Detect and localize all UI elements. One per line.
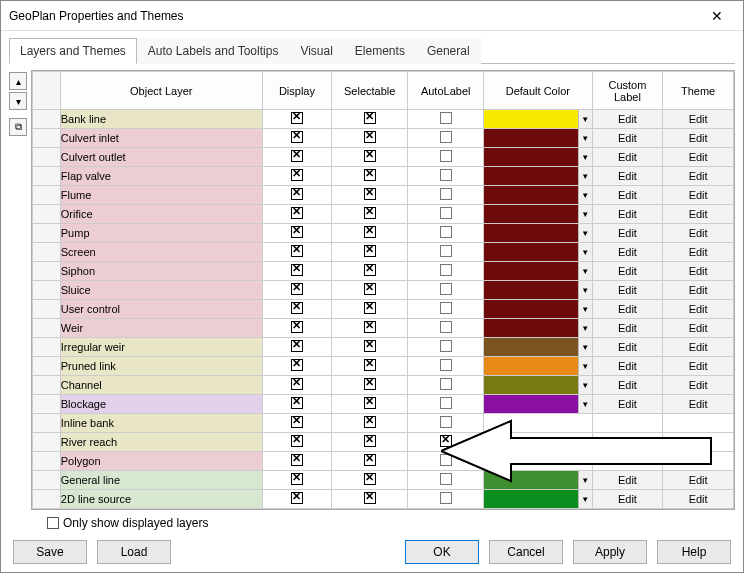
object-layer-cell[interactable]: Pruned link bbox=[60, 357, 262, 376]
custom-label-edit-button[interactable]: Edit bbox=[593, 243, 663, 261]
checkbox[interactable] bbox=[364, 397, 376, 409]
object-layer-cell[interactable]: Orifice bbox=[60, 205, 262, 224]
cancel-button[interactable]: Cancel bbox=[489, 540, 563, 564]
autolabel-checkbox[interactable] bbox=[440, 340, 452, 352]
row-header[interactable] bbox=[33, 433, 61, 452]
save-button[interactable]: Save bbox=[13, 540, 87, 564]
row-header[interactable] bbox=[33, 262, 61, 281]
row-header[interactable] bbox=[33, 243, 61, 262]
autolabel-checkbox[interactable] bbox=[440, 359, 452, 371]
theme-edit-button[interactable]: Edit bbox=[663, 357, 733, 375]
color-dropdown[interactable]: ▼ bbox=[578, 357, 592, 375]
checkbox[interactable] bbox=[291, 207, 303, 219]
row-header[interactable] bbox=[33, 300, 61, 319]
autolabel-checkbox[interactable] bbox=[440, 492, 452, 504]
checkbox[interactable] bbox=[291, 226, 303, 238]
checkbox[interactable] bbox=[364, 169, 376, 181]
autolabel-checkbox[interactable] bbox=[440, 112, 452, 124]
row-header[interactable] bbox=[33, 490, 61, 509]
checkbox[interactable] bbox=[291, 416, 303, 428]
object-layer-cell[interactable]: Polygon bbox=[60, 452, 262, 471]
custom-label-edit-button[interactable]: Edit bbox=[593, 281, 663, 299]
color-swatch[interactable] bbox=[484, 376, 578, 394]
column-header[interactable]: AutoLabel bbox=[408, 72, 484, 110]
autolabel-checkbox[interactable] bbox=[440, 283, 452, 295]
checkbox[interactable] bbox=[364, 378, 376, 390]
autolabel-checkbox[interactable] bbox=[440, 416, 452, 428]
object-layer-cell[interactable]: Sluice bbox=[60, 281, 262, 300]
row-header[interactable] bbox=[33, 357, 61, 376]
column-header[interactable]: Custom Label bbox=[592, 72, 663, 110]
checkbox[interactable] bbox=[364, 112, 376, 124]
color-swatch[interactable] bbox=[484, 281, 578, 299]
row-header[interactable] bbox=[33, 186, 61, 205]
apply-button[interactable]: Apply bbox=[573, 540, 647, 564]
color-swatch[interactable] bbox=[484, 471, 578, 489]
theme-edit-button[interactable]: Edit bbox=[663, 281, 733, 299]
row-header[interactable] bbox=[33, 338, 61, 357]
checkbox[interactable] bbox=[291, 473, 303, 485]
autolabel-checkbox[interactable] bbox=[440, 302, 452, 314]
checkbox[interactable] bbox=[364, 492, 376, 504]
color-dropdown[interactable]: ▼ bbox=[578, 300, 592, 318]
theme-edit-button[interactable]: Edit bbox=[663, 110, 733, 128]
checkbox[interactable] bbox=[291, 302, 303, 314]
theme-edit-button[interactable]: Edit bbox=[663, 319, 733, 337]
color-swatch[interactable] bbox=[484, 167, 578, 185]
autolabel-checkbox[interactable] bbox=[440, 131, 452, 143]
theme-edit-button[interactable]: Edit bbox=[663, 186, 733, 204]
autolabel-checkbox[interactable] bbox=[440, 264, 452, 276]
object-layer-cell[interactable]: Pump bbox=[60, 224, 262, 243]
object-layer-cell[interactable]: River reach bbox=[60, 433, 262, 452]
color-dropdown[interactable]: ▼ bbox=[578, 224, 592, 242]
theme-edit-button[interactable]: Edit bbox=[663, 338, 733, 356]
color-dropdown[interactable]: ▼ bbox=[578, 395, 592, 413]
color-swatch[interactable] bbox=[484, 338, 578, 356]
checkbox[interactable] bbox=[364, 321, 376, 333]
color-swatch[interactable] bbox=[484, 110, 578, 128]
row-header[interactable] bbox=[33, 376, 61, 395]
color-dropdown[interactable]: ▼ bbox=[578, 262, 592, 280]
theme-edit-button[interactable]: Edit bbox=[663, 205, 733, 223]
autolabel-checkbox[interactable] bbox=[440, 188, 452, 200]
color-swatch[interactable] bbox=[484, 357, 578, 375]
autolabel-checkbox[interactable] bbox=[440, 321, 452, 333]
theme-edit-button[interactable]: Edit bbox=[663, 300, 733, 318]
theme-edit-button[interactable]: Edit bbox=[663, 262, 733, 280]
tab-layers-and-themes[interactable]: Layers and Themes bbox=[9, 38, 137, 64]
checkbox[interactable] bbox=[364, 245, 376, 257]
object-layer-cell[interactable]: Blockage bbox=[60, 395, 262, 414]
checkbox[interactable] bbox=[364, 359, 376, 371]
color-swatch[interactable] bbox=[484, 243, 578, 261]
theme-edit-button[interactable]: Edit bbox=[663, 243, 733, 261]
tab-visual[interactable]: Visual bbox=[289, 38, 343, 64]
row-header[interactable] bbox=[33, 452, 61, 471]
color-dropdown[interactable]: ▼ bbox=[578, 490, 592, 508]
grid-scroll[interactable]: Object LayerDisplaySelectableAutoLabelDe… bbox=[32, 71, 734, 509]
checkbox[interactable] bbox=[291, 169, 303, 181]
column-header[interactable]: Theme bbox=[663, 72, 734, 110]
checkbox[interactable] bbox=[291, 150, 303, 162]
custom-label-edit-button[interactable]: Edit bbox=[593, 262, 663, 280]
autolabel-checkbox[interactable] bbox=[440, 226, 452, 238]
autolabel-checkbox[interactable] bbox=[440, 245, 452, 257]
object-layer-cell[interactable]: Channel bbox=[60, 376, 262, 395]
checkbox[interactable] bbox=[291, 131, 303, 143]
custom-label-edit-button[interactable]: Edit bbox=[593, 319, 663, 337]
checkbox[interactable] bbox=[364, 150, 376, 162]
object-layer-cell[interactable]: General line bbox=[60, 471, 262, 490]
object-layer-cell[interactable]: Flap valve bbox=[60, 167, 262, 186]
theme-edit-button[interactable]: Edit bbox=[663, 129, 733, 147]
row-header[interactable] bbox=[33, 129, 61, 148]
color-dropdown[interactable]: ▼ bbox=[578, 205, 592, 223]
theme-edit-button[interactable]: Edit bbox=[663, 224, 733, 242]
row-header[interactable] bbox=[33, 110, 61, 129]
color-swatch[interactable] bbox=[484, 205, 578, 223]
autolabel-checkbox[interactable] bbox=[440, 378, 452, 390]
color-swatch[interactable] bbox=[484, 186, 578, 204]
tab-auto-labels-and-tooltips[interactable]: Auto Labels and Tooltips bbox=[137, 38, 290, 64]
checkbox[interactable] bbox=[291, 435, 303, 447]
tab-general[interactable]: General bbox=[416, 38, 481, 64]
color-dropdown[interactable]: ▼ bbox=[578, 471, 592, 489]
autolabel-checkbox[interactable] bbox=[440, 397, 452, 409]
